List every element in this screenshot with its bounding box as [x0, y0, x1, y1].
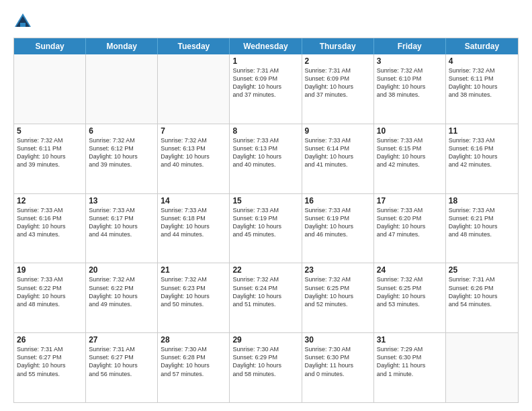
- cal-cell-5-3: 28Sunrise: 7:30 AM Sunset: 6:28 PM Dayli…: [158, 333, 230, 402]
- day-number: 2: [305, 56, 371, 66]
- cal-row-4: 19Sunrise: 7:33 AM Sunset: 6:22 PM Dayli…: [14, 263, 518, 332]
- day-number: 12: [17, 196, 83, 205]
- cal-row-5: 26Sunrise: 7:31 AM Sunset: 6:27 PM Dayli…: [14, 332, 518, 402]
- day-info: Sunrise: 7:32 AM Sunset: 6:23 PM Dayligh…: [161, 275, 226, 308]
- cal-cell-5-2: 27Sunrise: 7:31 AM Sunset: 6:27 PM Dayli…: [86, 333, 158, 402]
- day-info: Sunrise: 7:33 AM Sunset: 6:14 PM Dayligh…: [305, 136, 371, 169]
- day-number: 21: [161, 265, 226, 275]
- cal-cell-1-2: [86, 54, 158, 124]
- cal-cell-1-1: [14, 54, 86, 124]
- calendar-body: 1Sunrise: 7:31 AM Sunset: 6:09 PM Daylig…: [14, 54, 518, 402]
- cal-cell-2-3: 7Sunrise: 7:32 AM Sunset: 6:13 PM Daylig…: [158, 124, 230, 193]
- day-info: Sunrise: 7:32 AM Sunset: 6:13 PM Dayligh…: [161, 136, 226, 169]
- cal-cell-5-1: 26Sunrise: 7:31 AM Sunset: 6:27 PM Dayli…: [14, 333, 86, 402]
- day-number: 10: [377, 126, 443, 136]
- day-number: 14: [161, 196, 226, 205]
- day-info: Sunrise: 7:33 AM Sunset: 6:13 PM Dayligh…: [232, 136, 298, 169]
- cal-cell-1-4: 1Sunrise: 7:31 AM Sunset: 6:09 PM Daylig…: [230, 54, 302, 124]
- day-number: 7: [161, 126, 226, 136]
- day-info: Sunrise: 7:31 AM Sunset: 6:09 PM Dayligh…: [232, 66, 298, 99]
- day-info: Sunrise: 7:29 AM Sunset: 6:30 PM Dayligh…: [377, 345, 443, 378]
- day-info: Sunrise: 7:31 AM Sunset: 6:27 PM Dayligh…: [89, 345, 154, 378]
- cal-cell-4-1: 19Sunrise: 7:33 AM Sunset: 6:22 PM Dayli…: [14, 263, 86, 332]
- day-number: 31: [377, 335, 443, 345]
- day-number: 27: [89, 335, 154, 345]
- calendar-header-row: SundayMondayTuesdayWednesdayThursdayFrid…: [14, 38, 518, 54]
- col-header-thursday: Thursday: [302, 38, 374, 54]
- col-header-friday: Friday: [374, 38, 446, 54]
- day-info: Sunrise: 7:30 AM Sunset: 6:30 PM Dayligh…: [305, 345, 371, 378]
- page: SundayMondayTuesdayWednesdayThursdayFrid…: [0, 0, 532, 411]
- day-info: Sunrise: 7:31 AM Sunset: 6:26 PM Dayligh…: [449, 275, 515, 308]
- day-info: Sunrise: 7:32 AM Sunset: 6:12 PM Dayligh…: [89, 136, 154, 169]
- day-info: Sunrise: 7:33 AM Sunset: 6:18 PM Dayligh…: [161, 206, 226, 239]
- cal-cell-2-4: 8Sunrise: 7:33 AM Sunset: 6:13 PM Daylig…: [230, 124, 302, 193]
- day-info: Sunrise: 7:33 AM Sunset: 6:19 PM Dayligh…: [232, 206, 298, 239]
- cal-cell-1-6: 3Sunrise: 7:32 AM Sunset: 6:10 PM Daylig…: [374, 54, 446, 124]
- cal-cell-1-5: 2Sunrise: 7:31 AM Sunset: 6:09 PM Daylig…: [302, 54, 374, 124]
- cal-cell-5-6: 31Sunrise: 7:29 AM Sunset: 6:30 PM Dayli…: [374, 333, 446, 402]
- logo-icon: [13, 12, 32, 31]
- col-header-sunday: Sunday: [14, 38, 86, 54]
- day-info: Sunrise: 7:31 AM Sunset: 6:27 PM Dayligh…: [17, 345, 83, 378]
- day-number: 18: [449, 196, 515, 205]
- day-info: Sunrise: 7:32 AM Sunset: 6:11 PM Dayligh…: [17, 136, 83, 169]
- cal-cell-3-5: 16Sunrise: 7:33 AM Sunset: 6:19 PM Dayli…: [302, 194, 374, 263]
- cal-cell-5-4: 29Sunrise: 7:30 AM Sunset: 6:29 PM Dayli…: [230, 333, 302, 402]
- day-info: Sunrise: 7:32 AM Sunset: 6:22 PM Dayligh…: [89, 275, 154, 308]
- day-number: 28: [161, 335, 226, 345]
- day-number: 8: [232, 126, 298, 136]
- cal-cell-4-2: 20Sunrise: 7:32 AM Sunset: 6:22 PM Dayli…: [86, 263, 158, 332]
- day-number: 5: [17, 126, 83, 136]
- day-number: 29: [232, 335, 298, 345]
- day-info: Sunrise: 7:30 AM Sunset: 6:29 PM Dayligh…: [232, 345, 298, 378]
- day-info: Sunrise: 7:33 AM Sunset: 6:19 PM Dayligh…: [305, 206, 371, 239]
- cal-cell-3-2: 13Sunrise: 7:33 AM Sunset: 6:17 PM Dayli…: [86, 194, 158, 263]
- day-info: Sunrise: 7:32 AM Sunset: 6:24 PM Dayligh…: [232, 275, 298, 308]
- day-info: Sunrise: 7:32 AM Sunset: 6:10 PM Dayligh…: [377, 66, 443, 99]
- day-info: Sunrise: 7:33 AM Sunset: 6:16 PM Dayligh…: [17, 206, 83, 239]
- day-number: 25: [449, 265, 515, 275]
- day-number: 1: [232, 56, 298, 66]
- day-number: 19: [17, 265, 83, 275]
- cal-cell-4-5: 23Sunrise: 7:32 AM Sunset: 6:25 PM Dayli…: [302, 263, 374, 332]
- cal-cell-1-7: 4Sunrise: 7:32 AM Sunset: 6:11 PM Daylig…: [446, 54, 518, 124]
- day-number: 20: [89, 265, 154, 275]
- cal-cell-5-7: [446, 333, 518, 402]
- col-header-saturday: Saturday: [446, 38, 518, 54]
- cal-cell-4-4: 22Sunrise: 7:32 AM Sunset: 6:24 PM Dayli…: [230, 263, 302, 332]
- cal-cell-3-7: 18Sunrise: 7:33 AM Sunset: 6:21 PM Dayli…: [446, 194, 518, 263]
- day-info: Sunrise: 7:33 AM Sunset: 6:15 PM Dayligh…: [377, 136, 443, 169]
- day-number: 30: [305, 335, 371, 345]
- day-number: 6: [89, 126, 154, 136]
- header: [13, 12, 519, 31]
- day-info: Sunrise: 7:33 AM Sunset: 6:22 PM Dayligh…: [17, 275, 83, 308]
- cal-cell-2-6: 10Sunrise: 7:33 AM Sunset: 6:15 PM Dayli…: [374, 124, 446, 193]
- cal-cell-2-2: 6Sunrise: 7:32 AM Sunset: 6:12 PM Daylig…: [86, 124, 158, 193]
- day-number: 11: [449, 126, 515, 136]
- day-number: 22: [232, 265, 298, 275]
- day-number: 23: [305, 265, 371, 275]
- day-number: 26: [17, 335, 83, 345]
- day-info: Sunrise: 7:31 AM Sunset: 6:09 PM Dayligh…: [305, 66, 371, 99]
- logo: [13, 12, 35, 31]
- svg-rect-2: [20, 23, 26, 27]
- cal-cell-3-4: 15Sunrise: 7:33 AM Sunset: 6:19 PM Dayli…: [230, 194, 302, 263]
- day-info: Sunrise: 7:33 AM Sunset: 6:21 PM Dayligh…: [449, 206, 515, 239]
- day-number: 13: [89, 196, 154, 205]
- cal-row-1: 1Sunrise: 7:31 AM Sunset: 6:09 PM Daylig…: [14, 54, 518, 124]
- day-info: Sunrise: 7:33 AM Sunset: 6:17 PM Dayligh…: [89, 206, 154, 239]
- cal-cell-3-6: 17Sunrise: 7:33 AM Sunset: 6:20 PM Dayli…: [374, 194, 446, 263]
- cal-row-2: 5Sunrise: 7:32 AM Sunset: 6:11 PM Daylig…: [14, 124, 518, 193]
- cal-cell-2-5: 9Sunrise: 7:33 AM Sunset: 6:14 PM Daylig…: [302, 124, 374, 193]
- calendar: SundayMondayTuesdayWednesdayThursdayFrid…: [13, 38, 519, 403]
- day-info: Sunrise: 7:33 AM Sunset: 6:20 PM Dayligh…: [377, 206, 443, 239]
- cal-cell-4-7: 25Sunrise: 7:31 AM Sunset: 6:26 PM Dayli…: [446, 263, 518, 332]
- cal-cell-2-7: 11Sunrise: 7:33 AM Sunset: 6:16 PM Dayli…: [446, 124, 518, 193]
- cal-cell-1-3: [158, 54, 230, 124]
- cal-cell-3-1: 12Sunrise: 7:33 AM Sunset: 6:16 PM Dayli…: [14, 194, 86, 263]
- col-header-tuesday: Tuesday: [158, 38, 230, 54]
- cal-cell-4-3: 21Sunrise: 7:32 AM Sunset: 6:23 PM Dayli…: [158, 263, 230, 332]
- day-number: 16: [305, 196, 371, 205]
- cal-row-3: 12Sunrise: 7:33 AM Sunset: 6:16 PM Dayli…: [14, 193, 518, 263]
